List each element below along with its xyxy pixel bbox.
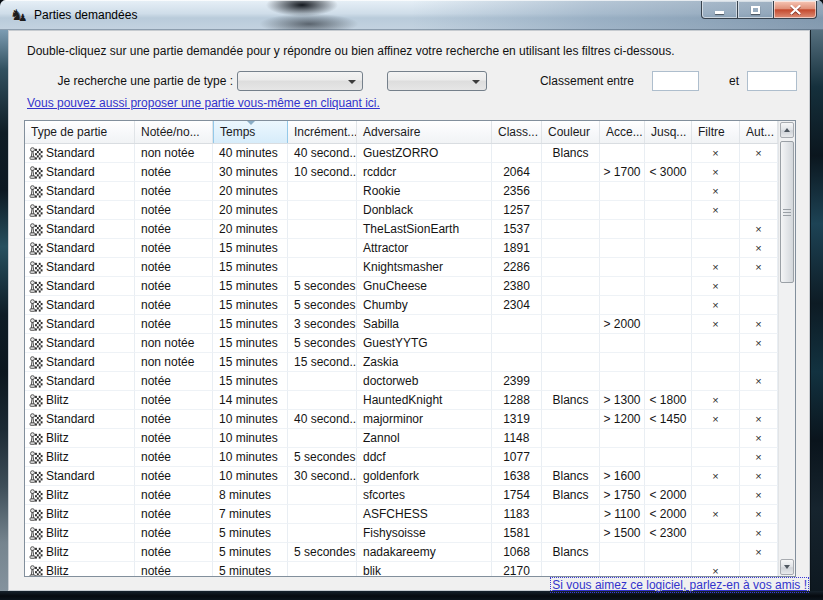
game-row[interactable]: Blitznotée5 minutes5 secondesnadakareemy…	[25, 543, 778, 562]
column-header-color[interactable]: Couleur	[542, 121, 600, 143]
vertical-scrollbar[interactable]	[778, 121, 795, 576]
game-row[interactable]: Standardnotée15 minutes5 secondesChumby2…	[25, 296, 778, 315]
instructions-text: Double-cliquez sur une partie demandée p…	[27, 44, 674, 58]
game-row[interactable]: Blitznotée7 minutesASFCHESS1183> 1100< 2…	[25, 505, 778, 524]
game-row[interactable]: Blitznotée10 minutes5 secondesddcf1077×	[25, 448, 778, 467]
cell-filter	[692, 524, 740, 543]
close-button[interactable]	[773, 1, 817, 19]
cell-accept_from	[600, 277, 645, 296]
cell-up_to	[645, 467, 692, 486]
game-row[interactable]: Standardnotée20 minutesDonblack1257×	[25, 201, 778, 220]
cell-accept_from: > 1200	[600, 410, 645, 429]
game-row[interactable]: Standardnotée10 minutes30 second...golde…	[25, 467, 778, 486]
cell-filter: ×	[692, 505, 740, 524]
rating-min-input[interactable]	[652, 71, 699, 91]
cell-up_to: < 1450	[645, 410, 692, 429]
game-row[interactable]: Blitznotée10 minutesZannol1148×	[25, 429, 778, 448]
game-type-select[interactable]	[237, 71, 363, 91]
cell-rating	[492, 334, 542, 353]
cell-time: 15 minutes	[213, 372, 288, 391]
column-header-auto[interactable]: Aut...	[740, 121, 778, 143]
cell-time: 15 minutes	[213, 315, 288, 334]
column-header-type[interactable]: Type de partie	[25, 121, 135, 143]
cell-auto: ×	[740, 334, 778, 353]
chess-pawn-icon	[28, 488, 43, 503]
cell-rated: notée	[135, 277, 213, 296]
game-row[interactable]: Standardnon notée40 minutes40 second...G…	[25, 144, 778, 163]
game-row[interactable]: Blitznotée8 minutessfcortes1754Blancs> 1…	[25, 486, 778, 505]
game-row[interactable]: Standardnotée15 minutesdoctorweb2399×	[25, 372, 778, 391]
maximize-button[interactable]	[738, 1, 773, 19]
cell-increment	[288, 182, 357, 201]
cell-opponent: nadakareemy	[357, 543, 492, 562]
propose-game-link[interactable]: Vous pouvez aussi proposer une partie vo…	[27, 96, 380, 110]
cell-rating: 1257	[492, 201, 542, 220]
scroll-up-button[interactable]	[780, 122, 794, 138]
game-row[interactable]: Standardnotée10 minutes40 second...major…	[25, 410, 778, 429]
window-title: Parties demandées	[34, 8, 137, 22]
scroll-down-button[interactable]	[780, 559, 794, 575]
cell-increment	[288, 372, 357, 391]
cell-auto	[740, 277, 778, 296]
column-header-time[interactable]: Temps	[213, 121, 288, 143]
cell-increment: 30 second...	[288, 467, 357, 486]
cell-color: Blancs	[542, 543, 600, 562]
column-header-filter[interactable]: Filtre	[692, 121, 740, 143]
cell-opponent: Fishysoisse	[357, 524, 492, 543]
cell-opponent: TheLastSionEarth	[357, 220, 492, 239]
game-row[interactable]: Standardnotée15 minutes3 secondesSabilla…	[25, 315, 778, 334]
cell-rated: notée	[135, 220, 213, 239]
game-row[interactable]: Blitznotée14 minutesHauntedKnight1288Bla…	[25, 391, 778, 410]
cell-accept_from	[600, 448, 645, 467]
cell-opponent: Zannol	[357, 429, 492, 448]
cell-rated: notée	[135, 201, 213, 220]
rating-max-input[interactable]	[747, 71, 797, 91]
column-header-rating[interactable]: Class...	[492, 121, 542, 143]
cell-time: 15 minutes	[213, 239, 288, 258]
game-row[interactable]: Blitznotée5 minutesFishysoisse1581> 1500…	[25, 524, 778, 543]
minimize-button[interactable]	[701, 1, 738, 19]
cell-up_to: < 3000	[645, 163, 692, 182]
cell-up_to	[645, 277, 692, 296]
cell-increment: 10 second...	[288, 163, 357, 182]
game-row[interactable]: Standardnotée20 minutesRookie2356×	[25, 182, 778, 201]
cell-time: 15 minutes	[213, 277, 288, 296]
cell-time: 40 minutes	[213, 144, 288, 163]
cell-up_to	[645, 372, 692, 391]
cell-accept_from	[600, 372, 645, 391]
game-row[interactable]: Standardnotée15 minutes5 secondesGnuChee…	[25, 277, 778, 296]
game-row[interactable]: Standardnotée30 minutes10 second...rcddc…	[25, 163, 778, 182]
cell-rated: notée	[135, 543, 213, 562]
game-row[interactable]: Standardnotée20 minutesTheLastSionEarth1…	[25, 220, 778, 239]
cell-rating: 2064	[492, 163, 542, 182]
column-header-rated[interactable]: Notée/no...	[135, 121, 213, 143]
cell-up_to	[645, 562, 692, 576]
share-link[interactable]: Si vous aimez ce logiciel, parlez-en à v…	[550, 577, 809, 593]
cell-time: 20 minutes	[213, 182, 288, 201]
column-header-accept_from[interactable]: Acce...	[600, 121, 645, 143]
cell-increment: 40 second...	[288, 144, 357, 163]
column-header-opponent[interactable]: Adversaire	[357, 121, 492, 143]
cell-auto: ×	[740, 467, 778, 486]
cell-auto: ×	[740, 220, 778, 239]
scrollbar-thumb[interactable]	[780, 141, 794, 283]
chess-pawn-icon	[28, 298, 43, 313]
cell-type: Standard	[25, 258, 135, 277]
cell-type: Blitz	[25, 524, 135, 543]
cell-rating	[492, 353, 542, 372]
game-row[interactable]: Standardnotée15 minutesAttractor1891×	[25, 239, 778, 258]
cell-rated: notée	[135, 239, 213, 258]
cell-opponent: ASFCHESS	[357, 505, 492, 524]
game-row[interactable]: Standardnotée15 minutesKnightsmasher2286…	[25, 258, 778, 277]
game-row[interactable]: Standardnon notée15 minutes15 second...Z…	[25, 353, 778, 372]
cell-type: Standard	[25, 467, 135, 486]
cell-filter: ×	[692, 391, 740, 410]
column-header-up_to[interactable]: Jusq...	[645, 121, 692, 143]
cell-auto: ×	[740, 524, 778, 543]
cell-color: Blancs	[542, 467, 600, 486]
game-row[interactable]: Blitznotée5 minutesblik2170×	[25, 562, 778, 576]
column-header-increment[interactable]: Incrément...	[288, 121, 357, 143]
chess-pawn-icon	[28, 393, 43, 408]
cell-rated: notée	[135, 467, 213, 486]
game-row[interactable]: Standardnon notée15 minutes5 secondesGue…	[25, 334, 778, 353]
